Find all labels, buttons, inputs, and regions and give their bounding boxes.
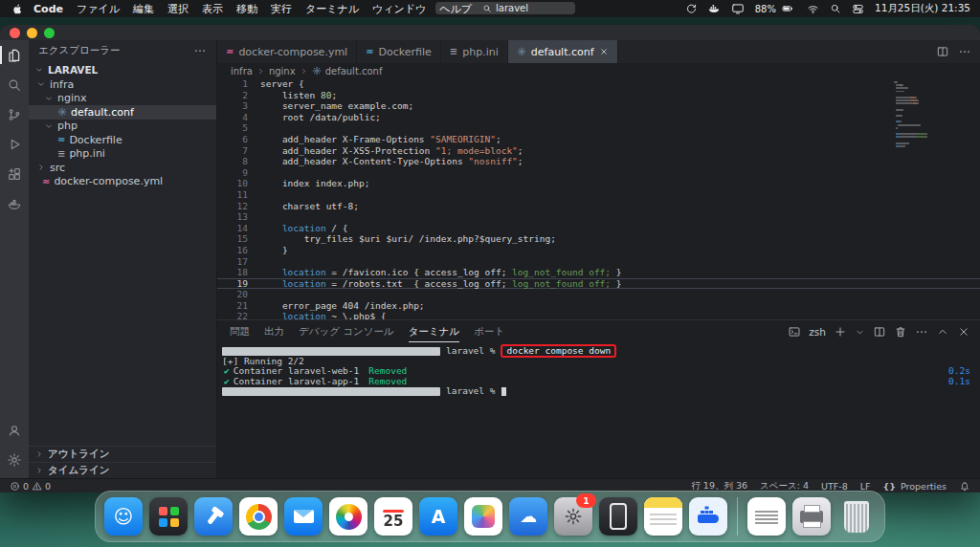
code-line[interactable]: 11 bbox=[217, 189, 980, 201]
dock-chrome[interactable] bbox=[239, 497, 278, 536]
dock-docker[interactable] bbox=[689, 497, 727, 536]
panel-tab-ターミナル[interactable]: ターミナル bbox=[409, 321, 459, 342]
panel-tab-ポート[interactable]: ポート bbox=[474, 321, 504, 342]
code-line[interactable]: 2 listen 80; bbox=[217, 90, 980, 101]
activity-source-control[interactable] bbox=[0, 99, 29, 129]
terminal-dropdown-icon[interactable] bbox=[855, 327, 865, 338]
minimize-window-button[interactable] bbox=[27, 28, 37, 38]
menu-item[interactable]: 実行 bbox=[271, 2, 292, 16]
dock-photos[interactable] bbox=[329, 497, 368, 536]
sidebar-section-アウトライン[interactable]: アウトライン bbox=[29, 446, 216, 462]
menu-item[interactable]: 選択 bbox=[167, 2, 189, 16]
tree-item-php.ini[interactable]: ≡php.ini bbox=[29, 147, 216, 162]
dock-calendar[interactable]: 25 bbox=[374, 497, 412, 536]
editor-more-icon[interactable] bbox=[958, 45, 971, 58]
code-line[interactable]: 14 location / { bbox=[217, 223, 980, 234]
window-titlebar[interactable] bbox=[0, 25, 980, 40]
breadcrumb-item[interactable]: infra bbox=[231, 66, 253, 77]
split-editor-icon[interactable] bbox=[936, 45, 949, 58]
minimap[interactable] bbox=[894, 81, 967, 148]
menu-item[interactable]: ファイル bbox=[77, 2, 120, 16]
editor-tab-docker-compose.yml[interactable]: ≈docker-compose.yml bbox=[217, 40, 357, 63]
activity-docker[interactable] bbox=[0, 188, 29, 218]
spotlight-icon[interactable] bbox=[830, 3, 841, 14]
editor-tab-default.conf[interactable]: default.conf bbox=[508, 40, 618, 63]
menubar-search[interactable]: laravel bbox=[435, 2, 575, 14]
activity-search[interactable] bbox=[0, 70, 29, 99]
dock-weather[interactable]: ☁ bbox=[509, 497, 547, 536]
tree-root-folder[interactable]: LARAVEL bbox=[29, 61, 216, 77]
dock-notes[interactable] bbox=[644, 497, 682, 536]
code-line[interactable]: 9 bbox=[217, 167, 980, 179]
new-terminal-icon[interactable] bbox=[834, 325, 847, 339]
dock-freeform[interactable] bbox=[464, 497, 502, 536]
code-line[interactable]: 1server { bbox=[217, 78, 980, 90]
panel-tab-デバッグ コンソール[interactable]: デバッグ コンソール bbox=[299, 321, 394, 342]
menu-item[interactable]: ウィンドウ bbox=[372, 2, 426, 16]
dock-system-settings[interactable]: 1 bbox=[554, 497, 592, 536]
code-line[interactable]: 18 location = /favicon.ico { access_log … bbox=[217, 267, 980, 278]
activity-settings[interactable] bbox=[0, 445, 29, 474]
menubar-clock[interactable]: 11月25日(火) 21:35 bbox=[875, 2, 970, 15]
code-line[interactable]: 7 add_header X-XSS-Protection "1; mode=b… bbox=[217, 145, 980, 157]
activity-accounts[interactable] bbox=[0, 415, 29, 445]
dock-printer[interactable] bbox=[792, 497, 831, 536]
zoom-window-button[interactable] bbox=[44, 28, 55, 38]
menu-item[interactable]: 移動 bbox=[236, 2, 257, 16]
tree-item-default.conf[interactable]: default.conf bbox=[29, 105, 216, 120]
activity-run-and-debug[interactable] bbox=[0, 129, 29, 159]
code-line[interactable]: 10 index index.php; bbox=[217, 178, 980, 189]
tree-item-nginx[interactable]: nginx bbox=[29, 92, 216, 106]
tree-item-php[interactable]: php bbox=[29, 120, 216, 134]
menu-item[interactable]: 編集 bbox=[133, 2, 154, 16]
dock-textedit[interactable] bbox=[747, 497, 786, 536]
code-editor[interactable]: 1server {2 listen 80;3 server_name examp… bbox=[217, 78, 980, 319]
tree-item-docker-compose.yml[interactable]: ≈docker-compose.yml bbox=[29, 175, 216, 189]
editor-tab-Dockerfile[interactable]: ≈Dockerfile bbox=[357, 40, 441, 63]
breadcrumb-item[interactable]: nginx bbox=[269, 66, 296, 77]
code-line[interactable]: 12 charset utf-8; bbox=[217, 201, 980, 212]
code-line[interactable]: 8 add_header X-Content-Type-Options "nos… bbox=[217, 156, 980, 167]
dock-finder[interactable]: ☺ bbox=[104, 497, 143, 536]
docker-menubar-icon[interactable] bbox=[707, 2, 721, 15]
activity-explorer[interactable] bbox=[0, 40, 29, 70]
code-line[interactable]: 20 bbox=[217, 289, 980, 300]
code-line[interactable]: 4 root /data/public; bbox=[217, 112, 980, 123]
tree-item-infra[interactable]: infra bbox=[29, 77, 216, 92]
panel-more-icon[interactable] bbox=[915, 325, 928, 339]
shell-name[interactable]: zsh bbox=[809, 326, 826, 338]
panel-tab-出力[interactable]: 出力 bbox=[264, 321, 284, 342]
activity-extensions[interactable] bbox=[0, 159, 29, 188]
code-line[interactable]: 3 server_name example.com; bbox=[217, 100, 980, 112]
apple-menu-icon[interactable] bbox=[11, 3, 24, 15]
dock-app-store[interactable]: A bbox=[419, 497, 457, 536]
code-line[interactable]: 17 bbox=[217, 256, 980, 268]
explorer-more-icon[interactable] bbox=[193, 44, 207, 57]
control-center-icon[interactable] bbox=[852, 3, 864, 15]
panel-tab-問題[interactable]: 問題 bbox=[230, 321, 250, 342]
editor-tab-php.ini[interactable]: ≡php.ini bbox=[441, 40, 508, 63]
language-mode[interactable]: {} Properties bbox=[882, 481, 947, 492]
wifi-icon[interactable] bbox=[807, 3, 819, 15]
split-terminal-icon[interactable] bbox=[873, 325, 886, 339]
kill-terminal-icon[interactable] bbox=[894, 325, 907, 339]
battery-indicator[interactable]: 88% bbox=[755, 3, 796, 14]
maximize-panel-icon[interactable] bbox=[936, 325, 949, 339]
notifications-icon[interactable] bbox=[959, 481, 970, 492]
dock-iphone-mirroring[interactable] bbox=[599, 497, 637, 536]
code-line[interactable]: 13 bbox=[217, 211, 980, 223]
breadcrumb-item[interactable]: default.conf bbox=[325, 66, 383, 77]
dock-mail[interactable] bbox=[284, 497, 323, 536]
code-line[interactable]: 6 add_header X-Frame-Options "SAMEORIGIN… bbox=[217, 134, 980, 145]
problems-status[interactable]: 0 0 bbox=[10, 481, 51, 492]
code-line[interactable]: 5 bbox=[217, 122, 980, 134]
close-panel-icon[interactable] bbox=[957, 325, 970, 339]
code-line[interactable]: 22 location ~ \.php$ { bbox=[217, 311, 980, 319]
app-menu-title[interactable]: Code bbox=[33, 3, 63, 15]
dock-launchpad[interactable] bbox=[149, 497, 188, 536]
tree-item-Dockerfile[interactable]: ≈Dockerfile bbox=[29, 133, 216, 147]
menu-item[interactable]: ターミナル bbox=[305, 2, 359, 16]
code-line[interactable]: 16 } bbox=[217, 245, 980, 256]
tree-item-src[interactable]: src bbox=[29, 161, 216, 175]
code-line[interactable]: 21 error_page 404 /index.php; bbox=[217, 300, 980, 312]
